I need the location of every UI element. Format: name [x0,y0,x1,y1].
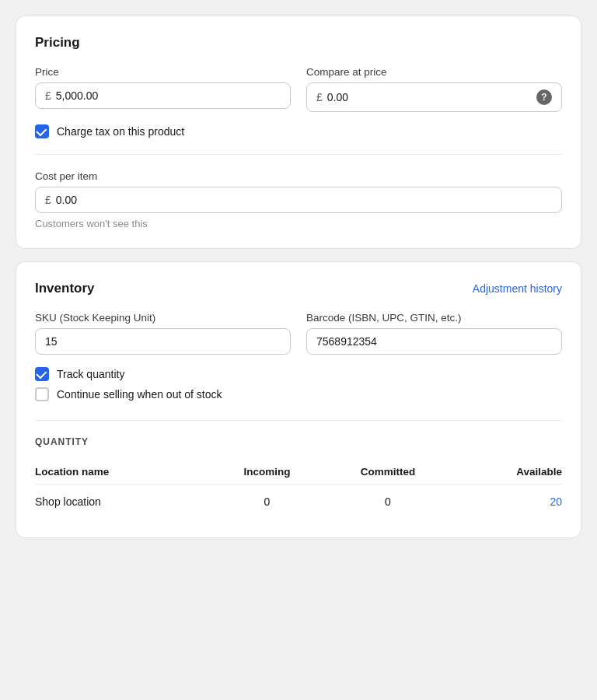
charge-tax-checkbox[interactable] [35,124,49,138]
price-group: Price £ [35,66,291,112]
col-incoming: Incoming [211,460,323,485]
col-location-name: Location name [35,460,211,485]
continue-selling-label: Continue selling when out of stock [57,388,222,401]
sku-group: SKU (Stock Keeping Unit) [35,312,291,355]
inventory-card: Inventory Adjustment history SKU (Stock … [16,261,581,538]
charge-tax-label: Charge tax on this product [57,125,184,138]
cost-currency-symbol: £ [45,194,51,206]
quantity-table-body: Shop location 0 0 20 [35,485,562,520]
row-committed: 0 [323,485,453,520]
barcode-label: Barcode (ISBN, UPC, GTIN, etc.) [306,312,562,324]
row-incoming: 0 [211,485,323,520]
adjustment-history-link[interactable]: Adjustment history [473,282,562,295]
continue-selling-row: Continue selling when out of stock [35,387,562,401]
compare-currency-symbol: £ [316,91,323,103]
continue-selling-checkbox[interactable] [35,387,49,401]
compare-price-group: Compare at price £ ? [306,66,562,112]
inventory-top-row: SKU (Stock Keeping Unit) Barcode (ISBN, … [35,312,562,355]
cost-per-item-group: Cost per item £ Customers won't see this [35,170,562,229]
cost-per-item-helper: Customers won't see this [35,218,562,229]
col-available: Available [453,460,562,485]
quantity-section: QUANTITY Location name Incoming Committe… [35,420,562,519]
sku-input-wrapper[interactable] [35,328,291,355]
compare-price-help-icon[interactable]: ? [536,89,552,105]
cost-per-item-input[interactable] [56,194,552,206]
price-input-wrapper[interactable]: £ [35,82,291,109]
pricing-card: Pricing Price £ Compare at price £ ? Cha… [16,16,581,249]
pricing-top-row: Price £ Compare at price £ ? [35,66,562,112]
col-committed: Committed [323,460,453,485]
price-label: Price [35,66,291,78]
track-quantity-label: Track quantity [57,368,124,380]
quantity-label: QUANTITY [35,436,562,447]
compare-price-input[interactable] [327,91,536,103]
pricing-title: Pricing [35,35,562,51]
quantity-table: Location name Incoming Committed Availab… [35,460,562,519]
row-location: Shop location [35,485,211,520]
cost-per-item-input-wrapper[interactable]: £ [35,187,562,213]
table-row: Shop location 0 0 20 [35,485,562,520]
compare-price-input-wrapper[interactable]: £ ? [306,82,562,112]
inventory-header: Inventory Adjustment history [35,281,562,296]
row-available[interactable]: 20 [453,485,562,520]
barcode-group: Barcode (ISBN, UPC, GTIN, etc.) [306,312,562,355]
compare-price-label: Compare at price [306,66,562,78]
track-quantity-row: Track quantity [35,367,562,381]
sku-input[interactable] [45,335,281,348]
inventory-title: Inventory [35,281,95,296]
price-input[interactable] [56,89,281,102]
charge-tax-row: Charge tax on this product [35,124,562,138]
barcode-input-wrapper[interactable] [306,328,562,355]
price-currency-symbol: £ [45,89,51,102]
sku-label: SKU (Stock Keeping Unit) [35,312,291,324]
quantity-table-header-row: Location name Incoming Committed Availab… [35,460,562,485]
barcode-input[interactable] [316,335,552,348]
quantity-table-head: Location name Incoming Committed Availab… [35,460,562,485]
cost-per-item-label: Cost per item [35,170,562,182]
pricing-divider [35,154,562,155]
track-quantity-checkbox[interactable] [35,367,49,381]
